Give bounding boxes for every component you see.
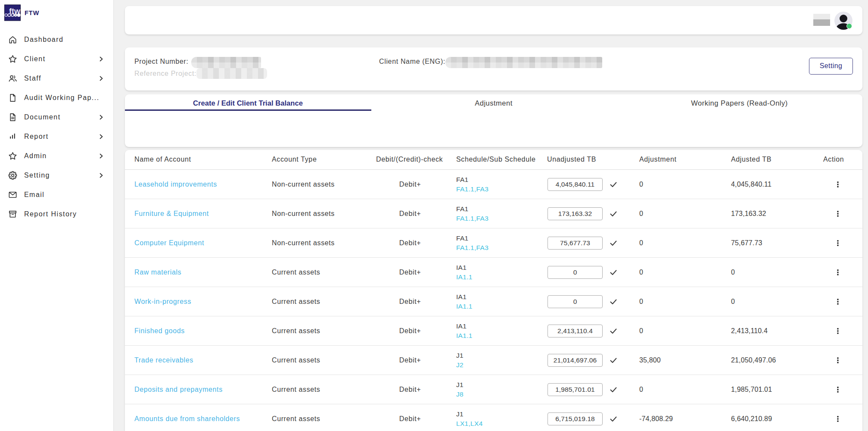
svg-text:FTW: FTW [25, 9, 39, 16]
